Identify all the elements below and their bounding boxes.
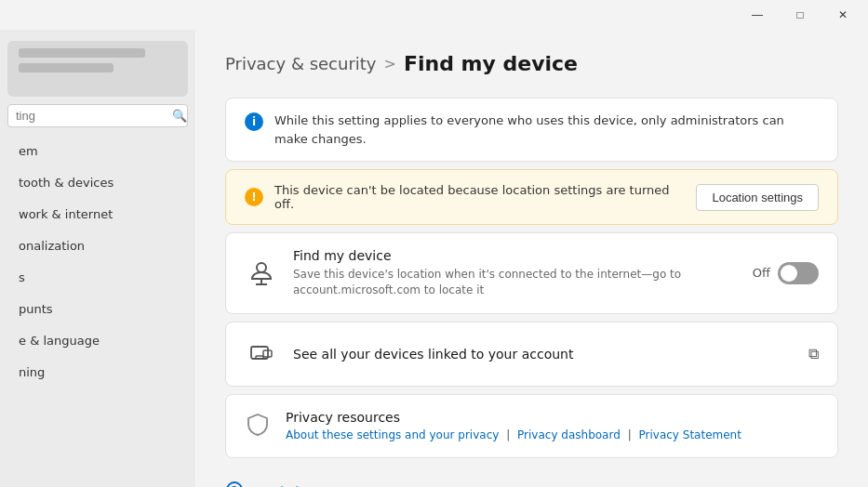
- warning-banner-text: This device can't be located because loc…: [274, 183, 685, 211]
- all-devices-icon: [245, 337, 278, 371]
- privacy-title: Privacy resources: [286, 410, 741, 425]
- all-devices-card[interactable]: See all your devices linked to your acco…: [225, 322, 838, 387]
- device-icon: [245, 257, 278, 290]
- help-section: ? Get help Give feedback: [225, 473, 838, 487]
- svg-rect-4: [256, 356, 263, 359]
- sidebar-top-line1: [19, 48, 145, 58]
- minimize-button[interactable]: —: [736, 0, 779, 30]
- privacy-sep-0: |: [506, 428, 510, 441]
- sidebar-item-4[interactable]: s: [4, 262, 192, 293]
- find-my-device-card: Find my device Save this device's locati…: [225, 232, 838, 314]
- sidebar-item-3[interactable]: onalization: [4, 230, 192, 261]
- external-link-icon: ⧉: [808, 345, 819, 362]
- svg-text:?: ?: [232, 484, 238, 487]
- search-box[interactable]: 🔍: [7, 104, 188, 127]
- svg-point-0: [257, 263, 266, 272]
- info-banner: i While this setting applies to everyone…: [225, 98, 838, 162]
- privacy-link-1[interactable]: Privacy dashboard: [517, 428, 621, 441]
- device-desc: Save this device's location when it's co…: [293, 267, 738, 298]
- location-settings-button[interactable]: Location settings: [696, 184, 819, 211]
- privacy-sep-1: |: [628, 428, 632, 441]
- breadcrumb-current: Find my device: [404, 52, 578, 75]
- toggle-area: Off: [753, 262, 819, 284]
- close-button[interactable]: ✕: [821, 0, 864, 30]
- sidebar-item-2[interactable]: work & internet: [4, 199, 192, 230]
- sidebar-item-7[interactable]: ning: [4, 357, 192, 388]
- warning-banner: ! This device can't be located because l…: [225, 169, 838, 225]
- privacy-icon: [245, 412, 271, 442]
- breadcrumb-parent[interactable]: Privacy & security: [225, 54, 377, 73]
- breadcrumb-separator: >: [384, 55, 396, 72]
- sidebar-item-0[interactable]: em: [4, 136, 192, 166]
- info-icon: i: [245, 112, 263, 131]
- sidebar-item-5[interactable]: punts: [4, 294, 192, 324]
- sidebar-top-line2: [19, 63, 114, 72]
- title-bar: — □ ✕: [0, 0, 868, 30]
- info-banner-text: While this setting applies to everyone w…: [274, 112, 819, 148]
- get-help-icon: ?: [225, 480, 244, 487]
- breadcrumb: Privacy & security > Find my device: [225, 52, 838, 75]
- device-info: Find my device Save this device's locati…: [293, 248, 738, 298]
- toggle-label: Off: [753, 266, 770, 280]
- app-body: 🔍 em tooth & devices work & internet ona…: [0, 30, 868, 487]
- privacy-resources-card: Privacy resources About these settings a…: [225, 394, 838, 458]
- search-input[interactable]: [16, 109, 172, 123]
- get-help-item[interactable]: ? Get help: [225, 473, 838, 487]
- sidebar-top: [7, 41, 188, 97]
- find-my-device-toggle[interactable]: [778, 262, 819, 284]
- privacy-link-2[interactable]: Privacy Statement: [639, 428, 741, 441]
- content-area: Privacy & security > Find my device i Wh…: [195, 30, 868, 487]
- privacy-link-0[interactable]: About these settings and your privacy: [286, 428, 499, 441]
- search-icon: 🔍: [172, 109, 187, 123]
- device-title: Find my device: [293, 248, 738, 263]
- maximize-button[interactable]: □: [779, 0, 821, 30]
- sidebar-items: em tooth & devices work & internet onali…: [0, 135, 195, 487]
- sidebar-item-1[interactable]: tooth & devices: [4, 167, 192, 198]
- all-devices-text: See all your devices linked to your acco…: [293, 347, 794, 362]
- privacy-links: About these settings and your privacy | …: [286, 428, 741, 441]
- privacy-content: Privacy resources About these settings a…: [286, 410, 741, 441]
- sidebar: 🔍 em tooth & devices work & internet ona…: [0, 30, 195, 487]
- sidebar-item-6[interactable]: e & language: [4, 325, 192, 356]
- warning-icon: !: [245, 188, 263, 206]
